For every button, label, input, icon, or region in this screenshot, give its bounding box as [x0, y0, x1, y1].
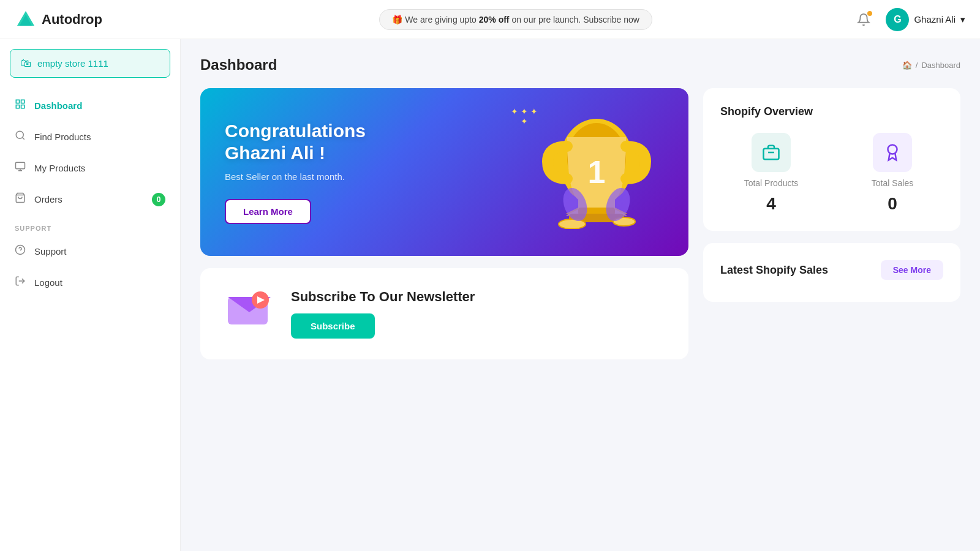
sidebar-item-label: Find Products	[34, 132, 91, 142]
hero-subtitle: Best Seller on the last month.	[225, 171, 421, 182]
newsletter-text: Subscribe To Our Newsletter Subscribe	[291, 289, 475, 339]
briefcase-icon	[762, 143, 780, 162]
sidebar-item-label: Orders	[34, 194, 62, 204]
sidebar-item-label: My Products	[34, 163, 85, 173]
award-icon	[883, 143, 902, 162]
shopify-overview-title: Shopify Overview	[720, 105, 943, 118]
newsletter-title: Subscribe To Our Newsletter	[291, 289, 475, 305]
sidebar-item-label: Logout	[34, 277, 62, 288]
promo-bold: 20% off	[479, 15, 510, 24]
total-products-value: 4	[766, 194, 776, 214]
star-decoration: ✦ ✦ ✦✦	[511, 107, 538, 126]
svg-rect-5	[16, 105, 19, 108]
shopify-overview-card: Shopify Overview Total	[703, 88, 960, 231]
latest-sales-card: Latest Shopify Sales See More	[703, 243, 960, 302]
hero-banner: Congratulations Ghazni Ali ! Best Seller…	[200, 88, 688, 256]
breadcrumb-separator: /	[916, 61, 918, 70]
store-label: empty store 1111	[37, 58, 108, 69]
subscribe-button[interactable]: Subscribe	[291, 313, 375, 339]
total-sales-value: 0	[888, 194, 897, 214]
newsletter-card: Subscribe To Our Newsletter Subscribe	[200, 268, 688, 359]
sidebar-item-logout[interactable]: Logout	[0, 267, 180, 298]
svg-rect-28	[764, 149, 779, 160]
trophy-visual: ✦ ✦ ✦✦ 1	[529, 113, 664, 231]
promo-text: We are giving upto	[405, 15, 478, 24]
total-products-icon-wrap	[752, 133, 791, 172]
svg-point-20	[559, 219, 586, 229]
logo-text: Autodrop	[42, 12, 102, 28]
bell-button[interactable]	[851, 7, 876, 32]
see-more-button[interactable]: See More	[881, 260, 943, 280]
logout-icon	[15, 276, 26, 290]
hero-title: Congratulations Ghazni Ali !	[225, 120, 421, 164]
hero-text: Congratulations Ghazni Ali ! Best Seller…	[225, 120, 421, 224]
dashboard-icon	[15, 99, 26, 113]
svg-point-6	[16, 131, 23, 138]
breadcrumb-text: Dashboard	[921, 61, 960, 70]
topbar: Autodrop 🎁 We are giving upto 20% off on…	[0, 0, 980, 39]
avatar: G	[886, 8, 909, 31]
store-selector-button[interactable]: 🛍 empty store 1111	[10, 49, 170, 78]
topbar-right: G Ghazni Ali ▾	[851, 7, 965, 32]
support-section-label: SUPPORT	[0, 215, 180, 236]
newsletter-icon	[225, 288, 274, 340]
latest-sales-header: Latest Shopify Sales See More	[720, 260, 943, 280]
right-column: Shopify Overview Total	[703, 88, 960, 359]
search-icon	[15, 130, 26, 144]
support-icon	[15, 244, 26, 258]
svg-rect-4	[21, 105, 24, 108]
left-column: Congratulations Ghazni Ali ! Best Seller…	[200, 88, 688, 359]
sidebar: 🛍 empty store 1111 Dashboard Find Produc…	[0, 39, 181, 551]
user-name: Ghazni Ali	[914, 14, 956, 24]
layout: 🛍 empty store 1111 Dashboard Find Produc…	[0, 39, 980, 551]
promo-pill: 🎁 We are giving upto 20% off on our pre …	[379, 9, 652, 30]
sidebar-item-orders[interactable]: Orders 0	[0, 184, 180, 215]
envelope-icon	[225, 288, 274, 331]
promo-suffix: on our pre launch. Subscribe now	[511, 15, 639, 24]
logo: Autodrop	[15, 9, 180, 31]
page-title: Dashboard	[200, 56, 277, 73]
sidebar-item-label: Dashboard	[34, 100, 82, 111]
trophy-icon: 1	[529, 113, 664, 229]
total-sales-stat: Total Sales 0	[842, 133, 943, 214]
store-icon: 🛍	[20, 57, 31, 70]
sidebar-item-label: Support	[34, 246, 67, 257]
svg-line-7	[22, 137, 24, 139]
sidebar-item-my-products[interactable]: My Products	[0, 152, 180, 184]
latest-sales-title: Latest Shopify Sales	[720, 264, 828, 277]
content-grid: Congratulations Ghazni Ali ! Best Seller…	[200, 88, 960, 359]
page-header: Dashboard 🏠 / Dashboard	[200, 56, 960, 73]
total-sales-icon-wrap	[873, 133, 912, 172]
sidebar-item-support[interactable]: Support	[0, 236, 180, 267]
total-products-stat: Total Products 4	[720, 133, 822, 214]
sidebar-item-dashboard[interactable]: Dashboard	[0, 90, 180, 121]
svg-rect-8	[16, 162, 25, 169]
stats-row: Total Products 4 Total Sales 0	[720, 133, 943, 214]
svg-text:1: 1	[588, 154, 606, 190]
breadcrumb: 🏠 / Dashboard	[902, 61, 960, 70]
svg-rect-3	[21, 100, 24, 103]
orders-icon	[15, 192, 26, 206]
bell-notification-dot	[867, 11, 872, 16]
products-icon	[15, 161, 26, 175]
avatar-initial: G	[894, 14, 901, 25]
promo-banner: 🎁 We are giving upto 20% off on our pre …	[180, 9, 851, 30]
user-menu-button[interactable]: G Ghazni Ali ▾	[886, 8, 965, 31]
svg-point-31	[888, 145, 897, 154]
svg-rect-2	[16, 100, 19, 103]
chevron-down-icon: ▾	[960, 14, 965, 25]
orders-badge: 0	[152, 193, 165, 206]
promo-emoji: 🎁	[392, 15, 405, 24]
total-products-label: Total Products	[744, 178, 799, 188]
learn-more-button[interactable]: Learn More	[225, 199, 311, 224]
main-content: Dashboard 🏠 / Dashboard Congratulations …	[181, 39, 980, 551]
logo-icon	[15, 9, 37, 31]
home-icon: 🏠	[902, 61, 912, 70]
sidebar-item-find-products[interactable]: Find Products	[0, 121, 180, 152]
total-sales-label: Total Sales	[872, 178, 913, 188]
main-nav: Dashboard Find Products My Products Orde…	[0, 90, 180, 215]
